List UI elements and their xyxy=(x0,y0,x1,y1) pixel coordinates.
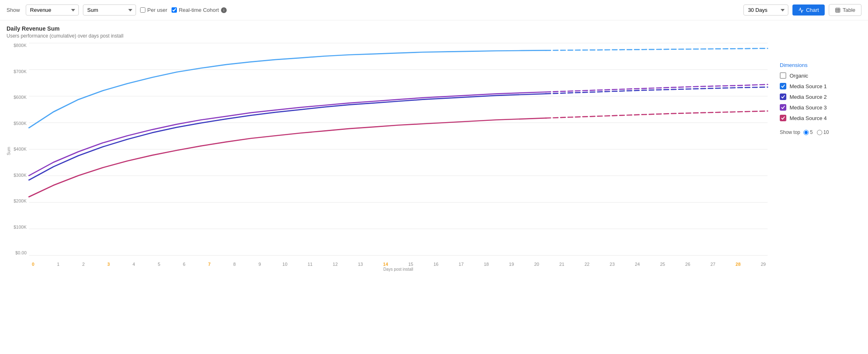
x-tick-16: 16 xyxy=(432,262,440,267)
show-top-label: Show top xyxy=(780,129,800,135)
x-tick-25: 25 xyxy=(658,262,667,267)
x-tick-6: 6 xyxy=(180,262,188,267)
y-tick-200k: $200K xyxy=(13,198,27,203)
dimension-item-media-source-4[interactable]: Media Source 4 xyxy=(780,115,861,121)
per-user-checkbox-label[interactable]: Per user xyxy=(140,7,167,13)
y-ticks: $800K $700K $600K $500K $400K $300K $200… xyxy=(7,43,29,255)
x-tick-14: 14 xyxy=(382,262,390,267)
x-tick-11: 11 xyxy=(306,262,314,267)
x-axis-ticks: 0 1 2 3 4 5 6 7 8 9 10 11 12 13 14 15 16… xyxy=(29,262,768,267)
x-tick-0: 0 xyxy=(29,262,37,267)
chart-button-icon xyxy=(798,7,804,13)
realtime-cohort-checkbox[interactable] xyxy=(172,7,177,13)
metric-select[interactable]: Revenue Sessions Installs xyxy=(26,4,79,16)
days-select[interactable]: 7 Days 14 Days 30 Days 60 Days 90 Days xyxy=(743,4,788,16)
info-icon[interactable]: i xyxy=(221,7,227,13)
y-tick-100k: $100K xyxy=(13,225,27,229)
line-media-source-4-dashed xyxy=(546,111,768,118)
show-top-row: Show top 5 10 xyxy=(780,129,861,135)
x-tick-18: 18 xyxy=(482,262,491,267)
radio-10-label[interactable]: 10 xyxy=(817,129,829,135)
x-tick-22: 22 xyxy=(583,262,591,267)
x-tick-4: 4 xyxy=(130,262,138,267)
x-tick-20: 20 xyxy=(533,262,541,267)
y-tick-700k: $700K xyxy=(13,69,27,74)
x-tick-27: 27 xyxy=(709,262,717,267)
realtime-cohort-label: Real-time Cohort xyxy=(179,7,219,13)
line-media-source-3-solid xyxy=(29,92,546,176)
radio-10-text: 10 xyxy=(823,129,829,135)
x-tick-28: 28 xyxy=(734,262,742,267)
realtime-cohort-checkbox-label[interactable]: Real-time Cohort i xyxy=(172,7,227,13)
table-button-icon xyxy=(835,7,841,13)
radio-5[interactable] xyxy=(803,130,809,135)
y-tick-400k: $400K xyxy=(13,147,27,151)
media-source-3-label: Media Source 3 xyxy=(790,105,827,111)
dimension-item-organic[interactable]: Organic xyxy=(780,72,861,79)
x-tick-7: 7 xyxy=(205,262,213,267)
y-tick-500k: $500K xyxy=(13,121,27,126)
y-tick-800k: $800K xyxy=(13,43,27,48)
radio-group: 5 10 xyxy=(803,129,829,135)
media-source-1-checkbox[interactable] xyxy=(780,83,786,89)
dimension-item-media-source-3[interactable]: Media Source 3 xyxy=(780,104,861,111)
x-tick-3: 3 xyxy=(105,262,113,267)
media-source-1-label: Media Source 1 xyxy=(790,83,827,89)
per-user-label: Per user xyxy=(147,7,167,13)
x-tick-29: 29 xyxy=(759,262,768,267)
main-content: Daily Revenue Sum Users performance (cum… xyxy=(0,20,868,272)
organic-label: Organic xyxy=(790,73,808,79)
x-tick-19: 19 xyxy=(507,262,515,267)
right-panel: Dimensions Organic Media Source 1 Media … xyxy=(772,25,861,272)
x-tick-5: 5 xyxy=(155,262,163,267)
media-source-2-checkbox[interactable] xyxy=(780,94,786,100)
line-media-source-1-solid xyxy=(29,50,546,128)
dimension-item-media-source-1[interactable]: Media Source 1 xyxy=(780,83,861,89)
x-tick-26: 26 xyxy=(684,262,692,267)
line-media-source-1-dashed xyxy=(546,49,768,51)
dimensions-title: Dimensions xyxy=(780,62,861,68)
chart-container: Sum $800K $700K $600K $500K $400K $300K … xyxy=(7,43,772,272)
top-bar: Show Revenue Sessions Installs Sum Avera… xyxy=(0,0,868,20)
x-tick-12: 12 xyxy=(331,262,339,267)
chart-title: Daily Revenue Sum xyxy=(7,25,772,32)
media-source-4-checkbox[interactable] xyxy=(780,115,786,121)
chart-button[interactable]: Chart xyxy=(792,4,825,16)
x-tick-1: 1 xyxy=(54,262,62,267)
y-tick-300k: $300K xyxy=(13,173,27,178)
x-tick-24: 24 xyxy=(633,262,641,267)
radio-5-label[interactable]: 5 xyxy=(803,129,813,135)
y-tick-0: $0.00 xyxy=(15,250,27,255)
media-source-2-label: Media Source 2 xyxy=(790,94,827,100)
chart-area: Daily Revenue Sum Users performance (cum… xyxy=(7,25,772,272)
x-axis-title: Days post install xyxy=(29,267,768,272)
organic-checkbox[interactable] xyxy=(780,72,786,79)
radio-10[interactable] xyxy=(817,130,822,135)
chart-svg xyxy=(29,43,768,255)
aggregation-select[interactable]: Sum Average Count xyxy=(83,4,136,16)
show-label: Show xyxy=(7,7,20,13)
x-tick-15: 15 xyxy=(407,262,415,267)
media-source-3-checkbox[interactable] xyxy=(780,104,786,111)
svg-rect-0 xyxy=(836,8,840,12)
x-tick-13: 13 xyxy=(356,262,364,267)
x-tick-10: 10 xyxy=(281,262,289,267)
x-tick-9: 9 xyxy=(256,262,264,267)
chart-inner xyxy=(29,43,768,255)
x-tick-8: 8 xyxy=(230,262,239,267)
line-media-source-4-solid xyxy=(29,118,546,197)
grid-line-bottom xyxy=(29,255,768,256)
table-button[interactable]: Table xyxy=(829,4,861,16)
x-tick-23: 23 xyxy=(608,262,616,267)
chart-subtitle: Users performance (cumulative) over days… xyxy=(7,33,772,39)
dimension-item-media-source-2[interactable]: Media Source 2 xyxy=(780,94,861,100)
x-tick-21: 21 xyxy=(558,262,566,267)
media-source-4-label: Media Source 4 xyxy=(790,115,827,121)
per-user-checkbox[interactable] xyxy=(140,7,145,13)
y-tick-600k: $600K xyxy=(13,95,27,100)
x-tick-2: 2 xyxy=(79,262,87,267)
x-tick-17: 17 xyxy=(457,262,465,267)
radio-5-text: 5 xyxy=(810,129,813,135)
